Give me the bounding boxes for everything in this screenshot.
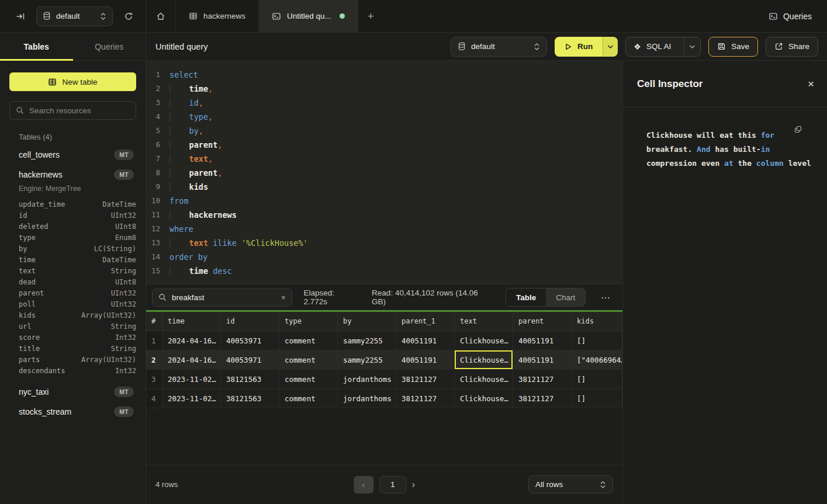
table-cell[interactable]: comment (279, 389, 338, 408)
schema-column-row[interactable]: kidsArray(UInt32) (9, 310, 136, 321)
table-cell[interactable]: sammy2255 (338, 331, 396, 350)
editor-line[interactable]: 11 hackernews (146, 208, 622, 222)
schema-column-row[interactable]: idUInt32 (9, 210, 136, 221)
tab-home[interactable] (146, 0, 176, 32)
page-number-input[interactable] (379, 476, 406, 493)
sidebar-table-stocks_stream[interactable]: stocks_streamMT (9, 402, 136, 422)
table-cell[interactable]: 2023-11-02… (162, 389, 221, 408)
column-header-by[interactable]: by (338, 312, 396, 331)
editor-line[interactable]: 12where (146, 222, 622, 236)
next-page-button[interactable]: › (412, 479, 415, 490)
table-cell[interactable]: sammy2255 (338, 350, 396, 370)
table-cell[interactable]: 38121563 (221, 370, 279, 389)
copy-cell-button[interactable] (794, 125, 802, 134)
results-search-input[interactable] (172, 293, 276, 302)
editor-line[interactable]: 4 type, (146, 110, 622, 124)
schema-column-row[interactable]: descendantsInt32 (9, 365, 136, 376)
schema-column-row[interactable]: byLC(String) (9, 243, 136, 254)
editor-line[interactable]: 5 by, (146, 124, 622, 138)
table-cell[interactable]: comment (279, 331, 338, 350)
editor-line[interactable]: 8 parent, (146, 166, 622, 180)
schema-column-row[interactable]: urlString (9, 321, 136, 332)
table-cell[interactable]: 2023-11-02… (162, 370, 221, 389)
table-cell[interactable]: 40053971 (221, 331, 279, 350)
collapse-sidebar-button[interactable] (12, 8, 29, 25)
editor-line[interactable]: 6 parent, (146, 138, 622, 152)
share-button[interactable]: Share (766, 37, 818, 57)
table-cell[interactable]: 40051191 (513, 350, 572, 370)
table-cell[interactable]: [] (572, 370, 622, 389)
table-cell[interactable]: 38121127 (396, 370, 455, 389)
sidebar-tab-queries[interactable]: Queries (73, 33, 146, 60)
new-table-button[interactable]: New table (9, 72, 136, 91)
close-inspector-button[interactable]: × (808, 78, 814, 91)
table-cell[interactable]: [] (572, 389, 622, 408)
column-header-id[interactable]: id (221, 312, 279, 331)
editor-line[interactable]: 10from (146, 194, 622, 208)
column-header-text[interactable]: text (455, 312, 513, 331)
clear-search-button[interactable]: × (281, 293, 286, 302)
queries-button[interactable]: Queries (769, 12, 812, 21)
schema-column-row[interactable]: scoreInt32 (9, 332, 136, 343)
table-cell[interactable]: [] (572, 331, 622, 350)
results-more-button[interactable]: ⋯ (597, 292, 614, 303)
sql-ai-options-button[interactable] (684, 37, 700, 56)
sql-ai-button[interactable]: ❖ SQL AI (626, 37, 679, 56)
sidebar-table-cell_towers[interactable]: cell_towersMT (9, 145, 136, 165)
row-number-cell[interactable]: 1 (146, 331, 162, 350)
table-cell[interactable]: Clickhouse… (455, 370, 513, 389)
table-cell[interactable]: 2024-04-16… (162, 350, 221, 370)
schema-column-row[interactable]: timeDateTime (9, 254, 136, 265)
topbar-database-select[interactable]: default (36, 6, 113, 26)
query-database-select[interactable]: default (451, 37, 547, 57)
tab-untitled-query[interactable]: Untitled qu... (259, 0, 358, 32)
run-options-button[interactable] (603, 37, 618, 57)
column-header-type[interactable]: type (279, 312, 338, 331)
schema-column-row[interactable]: pollUInt32 (9, 298, 136, 310)
schema-column-row[interactable]: deletedUInt8 (9, 221, 136, 232)
editor-line[interactable]: 1select (146, 68, 622, 82)
table-cell[interactable]: Clickhouse… (455, 350, 513, 370)
editor-line[interactable]: 15 time desc (146, 264, 622, 278)
sidebar-table-nyc_taxi[interactable]: nyc_taxiMT (9, 382, 136, 402)
table-cell[interactable]: 2024-04-16… (162, 331, 221, 350)
new-tab-button[interactable]: + (358, 0, 383, 32)
table-cell[interactable]: 40051191 (513, 331, 572, 350)
view-toggle-chart[interactable]: Chart (546, 289, 585, 306)
editor-line[interactable]: 14order by (146, 250, 622, 264)
table-cell[interactable]: 40053971 (221, 350, 279, 370)
schema-column-row[interactable]: titleString (9, 343, 136, 354)
prev-page-button[interactable]: ‹ (354, 476, 373, 493)
view-toggle-table[interactable]: Table (506, 289, 546, 306)
schema-column-row[interactable]: textString (9, 265, 136, 276)
editor-line[interactable]: 3 id, (146, 96, 622, 110)
table-cell[interactable]: 40051191 (396, 350, 455, 370)
table-cell[interactable]: comment (279, 370, 338, 389)
row-number-cell[interactable]: 4 (146, 389, 162, 408)
row-number-cell[interactable]: 3 (146, 370, 162, 389)
table-cell[interactable]: Clickhouse… (455, 389, 513, 408)
save-button[interactable]: Save (708, 37, 758, 57)
column-header-parent[interactable]: parent (513, 312, 572, 331)
table-cell[interactable]: comment (279, 350, 338, 370)
refresh-button[interactable] (120, 8, 137, 25)
sql-editor[interactable]: 1select2 time,3 id,4 type,5 by,6 parent,… (146, 61, 622, 284)
editor-line[interactable]: 7 text, (146, 152, 622, 166)
sidebar-table-hackernews[interactable]: hackernewsMT (9, 165, 136, 185)
table-cell[interactable]: 38121563 (221, 389, 279, 408)
results-search[interactable]: × (152, 289, 292, 307)
table-cell[interactable]: 40051191 (396, 331, 455, 350)
sidebar-tab-tables[interactable]: Tables (0, 33, 73, 60)
editor-line[interactable]: 2 time, (146, 82, 622, 96)
table-cell[interactable]: Clickhouse… (455, 331, 513, 350)
schema-column-row[interactable]: partsArray(UInt32) (9, 354, 136, 365)
table-cell[interactable]: jordanthoms (338, 389, 396, 408)
editor-line[interactable]: 13 text ilike '%ClickHouse%' (146, 236, 622, 250)
table-cell[interactable]: 38121127 (396, 389, 455, 408)
schema-column-row[interactable]: deadUInt8 (9, 276, 136, 287)
table-cell[interactable]: ["40066964… (572, 350, 622, 370)
run-button[interactable]: Run (555, 37, 603, 57)
table-cell[interactable]: 38121127 (513, 389, 572, 408)
schema-column-row[interactable]: parentUInt32 (9, 287, 136, 298)
column-header-parent_1[interactable]: parent_1 (396, 312, 455, 331)
